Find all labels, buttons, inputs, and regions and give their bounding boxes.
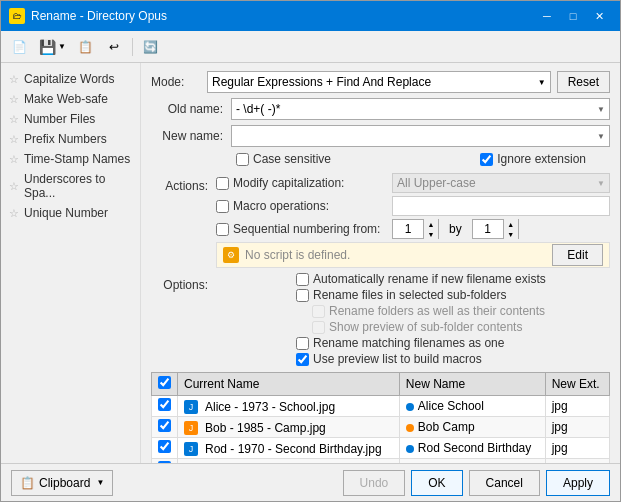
row-check-cell[interactable] (152, 417, 178, 438)
modify-cap-dropdown[interactable]: All Upper-case ▼ (392, 173, 610, 193)
old-name-arrow-icon: ▼ (593, 105, 605, 114)
sidebar-label-numberfiles: Number Files (24, 112, 95, 126)
seq-from-up[interactable]: ▲ (424, 219, 438, 229)
sidebar-item-capitalize[interactable]: ☆ Capitalize Words (1, 69, 140, 89)
apply-button[interactable]: Apply (546, 470, 610, 496)
window-title: Rename - Directory Opus (31, 9, 167, 23)
old-name-value: - \d+( -)* (236, 102, 593, 116)
seq-row: Sequential numbering from: 1 ▲ ▼ by 1 (216, 219, 610, 239)
extra-button[interactable]: 🔄 (139, 35, 163, 59)
star-icon-websafe: ☆ (9, 93, 19, 106)
use-preview-checkbox[interactable] (296, 353, 309, 366)
seq-from-input[interactable]: 1 ▲ ▼ (392, 219, 439, 239)
case-sensitive-checkbox[interactable] (236, 153, 249, 166)
case-sensitive-check[interactable]: Case sensitive (236, 152, 331, 166)
sidebar-item-timestamp[interactable]: ☆ Time-Stamp Names (1, 149, 140, 169)
new-dot-1 (406, 424, 414, 432)
row-checkbox-2[interactable] (158, 440, 171, 453)
ok-button[interactable]: OK (411, 470, 462, 496)
macro-row: Macro operations: (216, 196, 610, 216)
star-icon-underscores: ☆ (9, 180, 19, 193)
rename-subfolders-checkbox[interactable] (296, 289, 309, 302)
seq-by-up[interactable]: ▲ (504, 219, 518, 229)
clipboard-button[interactable]: 📋 Clipboard ▼ (11, 470, 113, 496)
seq-from-down[interactable]: ▼ (424, 229, 438, 239)
table-row: JRod - 1970 - Second Birthday.jpg Rod Se… (152, 438, 610, 459)
matching-checkbox[interactable] (296, 337, 309, 350)
new-name-label: New name: (151, 129, 231, 143)
copy-button[interactable]: 📋 (74, 35, 98, 59)
options-content: Automatically rename if new filename exi… (216, 272, 610, 368)
sidebar-item-websafe[interactable]: ☆ Make Web-safe (1, 89, 140, 109)
file-type-icon-2: J (184, 442, 198, 456)
preview-select-all[interactable] (158, 376, 171, 389)
macro-check[interactable]: Macro operations: (216, 199, 386, 213)
seq-by-value[interactable]: 1 (473, 222, 503, 236)
undo-button[interactable]: Undo (343, 470, 406, 496)
title-bar-controls: ─ □ ✕ (534, 7, 612, 25)
reset-button[interactable]: Reset (557, 71, 610, 93)
matching-label: Rename matching filenames as one (313, 336, 504, 350)
modify-cap-checkbox[interactable] (216, 177, 229, 190)
new-name-row: New name: ▼ (151, 125, 610, 147)
content-area: ☆ Capitalize Words ☆ Make Web-safe ☆ Num… (1, 63, 620, 463)
file-icon-0: JAlice - 1973 - School.jpg (184, 400, 335, 414)
row-check-cell[interactable] (152, 438, 178, 459)
seq-check[interactable]: Sequential numbering from: (216, 222, 386, 236)
sidebar-label-underscores: Underscores to Spa... (24, 172, 132, 200)
matching-option[interactable]: Rename matching filenames as one (296, 336, 610, 350)
rename-folders-option[interactable]: Rename folders as well as their contents (312, 304, 610, 318)
modify-cap-label: Modify capitalization: (233, 176, 344, 190)
new-name-input[interactable]: ▼ (231, 125, 610, 147)
modify-cap-check[interactable]: Modify capitalization: (216, 176, 386, 190)
new-dot-2 (406, 445, 414, 453)
star-icon-unique: ☆ (9, 207, 19, 220)
preview-table: Current Name New Name New Ext. JAlice - … (151, 372, 610, 463)
clipboard-arrow-icon: ▼ (96, 478, 104, 487)
seq-by-input[interactable]: 1 ▲ ▼ (472, 219, 519, 239)
rename-subfolders-option[interactable]: Rename files in selected sub-folders (296, 288, 610, 302)
row-checkbox-1[interactable] (158, 419, 171, 432)
sidebar-item-underscores[interactable]: ☆ Underscores to Spa... (1, 169, 140, 203)
sidebar-item-unique[interactable]: ☆ Unique Number (1, 203, 140, 223)
row-check-cell[interactable] (152, 396, 178, 417)
auto-rename-checkbox[interactable] (296, 273, 309, 286)
file-icon-2: JRod - 1970 - Second Birthday.jpg (184, 442, 382, 456)
app-icon: 🗁 (9, 8, 25, 24)
row-new-name-0: Alice School (399, 396, 545, 417)
macro-input[interactable] (392, 196, 610, 216)
save-dropdown[interactable]: 💾▼ (35, 37, 70, 57)
toolbar: 📄 💾▼ 📋 ↩ 🔄 (1, 31, 620, 63)
preview-col-ext: New Ext. (545, 373, 609, 396)
macro-checkbox[interactable] (216, 200, 229, 213)
script-text: No script is defined. (245, 248, 546, 262)
sidebar-item-numberfiles[interactable]: ☆ Number Files (1, 109, 140, 129)
sidebar: ☆ Capitalize Words ☆ Make Web-safe ☆ Num… (1, 63, 141, 463)
seq-checkbox[interactable] (216, 223, 229, 236)
old-name-input[interactable]: - \d+( -)* ▼ (231, 98, 610, 120)
cancel-button[interactable]: Cancel (469, 470, 540, 496)
options-label: Options: (151, 276, 216, 292)
auto-rename-option[interactable]: Automatically rename if new filename exi… (296, 272, 610, 286)
close-button[interactable]: ✕ (586, 7, 612, 25)
minimize-button[interactable]: ─ (534, 7, 560, 25)
file-icon-1: JBob - 1985 - Camp.jpg (184, 421, 326, 435)
sidebar-item-prefixnumbers[interactable]: ☆ Prefix Numbers (1, 129, 140, 149)
ignore-ext-checkbox[interactable] (480, 153, 493, 166)
show-preview-option[interactable]: Show preview of sub-folder contents (312, 320, 610, 334)
mode-dropdown[interactable]: Regular Expressions + Find And Replace ▼ (207, 71, 551, 93)
maximize-button[interactable]: □ (560, 7, 586, 25)
seq-by-down[interactable]: ▼ (504, 229, 518, 239)
star-icon-capitalize: ☆ (9, 73, 19, 86)
use-preview-option[interactable]: Use preview list to build macros (296, 352, 610, 366)
edit-button[interactable]: Edit (552, 244, 603, 266)
clipboard-label: Clipboard (39, 476, 90, 490)
seq-from-value[interactable]: 1 (393, 222, 423, 236)
seq-by-spinners: ▲ ▼ (503, 219, 518, 239)
ignore-ext-check[interactable]: Ignore extension (480, 152, 586, 166)
rename-folders-checkbox (312, 305, 325, 318)
row-checkbox-0[interactable] (158, 398, 171, 411)
file-type-icon-0: J (184, 400, 198, 414)
new-button[interactable]: 📄 (7, 35, 31, 59)
undo-toolbar-button[interactable]: ↩ (102, 35, 126, 59)
